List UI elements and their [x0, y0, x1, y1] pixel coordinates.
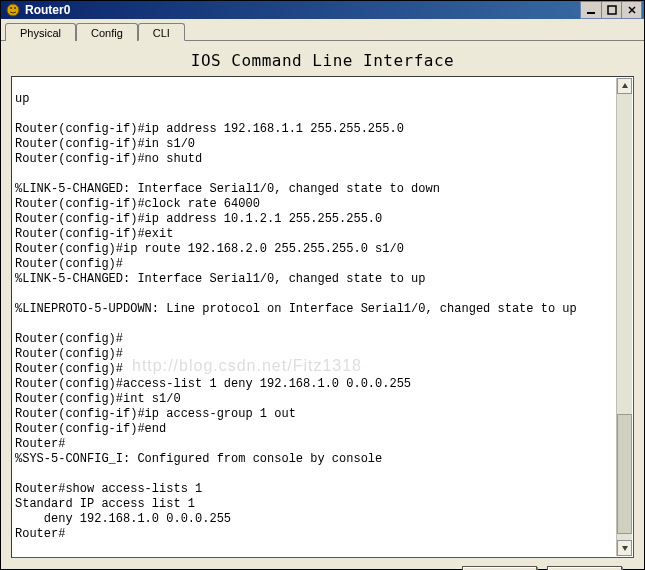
tab-config[interactable]: Config: [76, 23, 138, 41]
cli-terminal[interactable]: up Router(config-if)#ip address 192.168.…: [13, 90, 616, 544]
scroll-up-button[interactable]: [617, 78, 632, 94]
tab-content: IOS Command Line Interface up Router(con…: [1, 41, 644, 570]
app-icon: [5, 2, 21, 18]
tab-cli[interactable]: CLI: [138, 23, 185, 41]
scroll-down-button[interactable]: [617, 540, 632, 556]
tab-physical[interactable]: Physical: [5, 23, 76, 41]
svg-point-0: [7, 4, 19, 16]
svg-point-2: [14, 7, 16, 9]
maximize-button[interactable]: [601, 2, 621, 18]
app-window: Router0 Physical Config CLI IOS Command …: [0, 0, 645, 570]
close-button[interactable]: [621, 2, 641, 18]
terminal-container: up Router(config-if)#ip address 192.168.…: [11, 76, 634, 558]
window-title: Router0: [25, 3, 580, 17]
panel-heading: IOS Command Line Interface: [11, 47, 634, 76]
button-bar: Copy Paste: [11, 558, 634, 570]
svg-rect-4: [608, 6, 616, 14]
tab-bar: Physical Config CLI: [1, 19, 644, 41]
copy-button[interactable]: Copy: [462, 566, 537, 570]
terminal-scrollbar: [616, 78, 632, 556]
titlebar: Router0: [1, 1, 644, 19]
svg-rect-3: [587, 12, 595, 14]
scroll-thumb[interactable]: [617, 414, 632, 534]
minimize-button[interactable]: [581, 2, 601, 18]
svg-marker-8: [622, 546, 628, 551]
scroll-track[interactable]: [617, 94, 632, 540]
svg-point-1: [10, 7, 12, 9]
window-controls: [580, 1, 642, 19]
paste-button[interactable]: Paste: [547, 566, 622, 570]
svg-marker-7: [622, 83, 628, 88]
